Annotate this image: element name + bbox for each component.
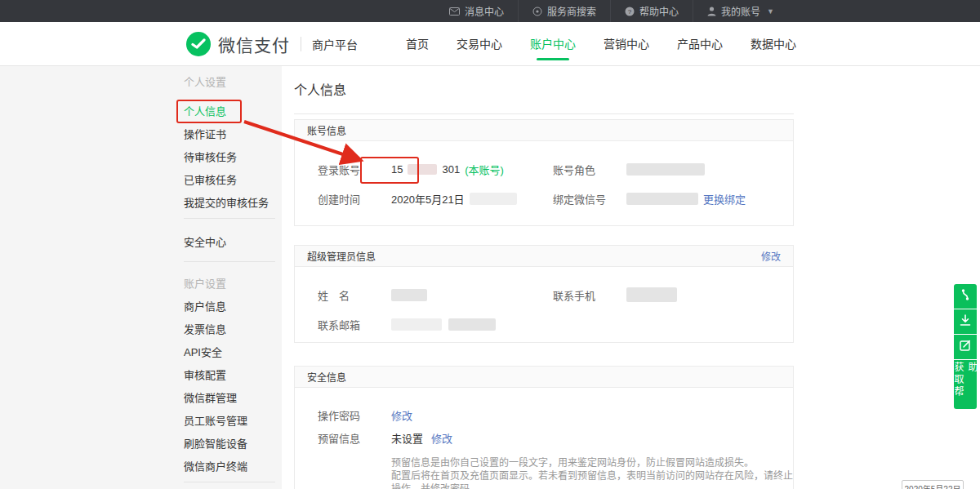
nav-marketing-center[interactable]: 营销中心	[604, 22, 649, 66]
date-tooltip: 2020年5月22日	[902, 480, 964, 489]
sidebar-item-security-center[interactable]: 安全中心	[184, 231, 282, 254]
link-icon	[960, 288, 971, 305]
masked-login-digits	[408, 164, 437, 175]
nav-transaction-center[interactable]: 交易中心	[457, 22, 502, 66]
help-icon: ?	[625, 7, 635, 16]
topbar: 消息中心 服务商搜索 ? 帮助中心 我的账号 ▼	[0, 0, 980, 22]
masked-wechat-id	[626, 193, 698, 205]
sidebar-item-personal-info[interactable]: 个人信息	[184, 100, 282, 123]
admin-modify-link[interactable]: 修改	[761, 249, 781, 263]
nav-data-center[interactable]: 数据中心	[751, 22, 796, 66]
bound-wechat-label: 绑定微信号	[553, 191, 626, 207]
sidebar-divider	[184, 482, 275, 482]
sidebar-section-account-settings: 账户设置	[184, 273, 282, 296]
sidebar-item-api-security[interactable]: API安全	[184, 341, 282, 364]
operation-password-label: 操作密码	[318, 407, 391, 423]
topbar-item-help-center[interactable]: ? 帮助中心	[610, 0, 693, 22]
sidebar-item-face-device[interactable]: 刷脸智能设备	[184, 433, 282, 456]
sidebar-item-review-config[interactable]: 审核配置	[184, 364, 282, 387]
chevron-down-icon: ▼	[767, 7, 774, 16]
nav-home[interactable]: 首页	[406, 22, 429, 66]
sidebar-divider	[184, 218, 275, 219]
sidebar-item-merchant-info[interactable]: 商户信息	[184, 296, 282, 318]
title-divider	[294, 113, 794, 114]
mail-icon	[449, 7, 460, 16]
edit-icon	[960, 340, 971, 354]
reserved-modify-link[interactable]: 修改	[431, 430, 452, 446]
masked-email	[391, 318, 442, 331]
brand-subtitle: 商户平台	[312, 36, 358, 52]
account-role-label: 账号角色	[553, 162, 626, 177]
login-account-label: 登录账号	[318, 162, 391, 177]
created-time-value: 2020年5月21日	[391, 191, 465, 207]
sidebar-item-invoice-info[interactable]: 发票信息	[184, 318, 282, 341]
security-panel-title: 安全信息	[307, 370, 346, 384]
sidebar-item-pending-review-tasks[interactable]: 待审核任务	[184, 146, 282, 169]
masked-email	[448, 318, 496, 331]
wechat-pay-logo-icon	[186, 32, 211, 56]
topbar-item-label: 服务商搜索	[547, 4, 596, 18]
user-icon	[707, 7, 716, 16]
page-body: 个人设置 个人信息 操作证书 待审核任务 已审核任务 我提交的审核任务 安全中心…	[0, 66, 980, 489]
reserved-info-label: 预留信息	[318, 430, 391, 446]
download-button[interactable]	[954, 309, 977, 334]
feedback-button[interactable]	[954, 335, 977, 359]
reserved-info-help: 预留信息是由你自己设置的一段文字，用来鉴定网站身份，防止假冒网站造成损失。 配置…	[391, 456, 793, 489]
sidebar-item-reviewed-tasks[interactable]: 已审核任务	[184, 169, 282, 192]
nav-account-center[interactable]: 账户中心	[530, 22, 576, 66]
contact-link-button[interactable]	[954, 284, 977, 309]
masked-account-role	[626, 163, 705, 176]
search-icon	[532, 7, 542, 16]
svg-text:?: ?	[628, 7, 632, 15]
topbar-item-label: 我的账号	[721, 4, 760, 18]
site-header: 微信支付 商户平台 首页 交易中心 账户中心 营销中心 产品中心 数据中心	[0, 22, 980, 66]
password-modify-link[interactable]: 修改	[391, 407, 412, 423]
created-time-label: 创建时间	[318, 191, 391, 207]
topbar-item-messages[interactable]: 消息中心	[435, 0, 518, 22]
brand: 微信支付 商户平台	[186, 22, 358, 66]
security-info-panel: 安全信息 操作密码 修改 预留信息 未设置 修改 预留信息是由你自己设置的一段文…	[294, 366, 794, 489]
download-icon	[960, 314, 971, 330]
topbar-item-label: 消息中心	[465, 4, 504, 18]
get-help-button[interactable]: 获取帮助	[954, 360, 977, 409]
topbar-item-label: 帮助中心	[639, 4, 679, 18]
account-panel-title: 账号信息	[307, 123, 346, 137]
super-admin-panel: 超级管理员信息 修改 姓 名 联系手机 联系邮箱	[294, 245, 794, 343]
sidebar-item-operation-certificate[interactable]: 操作证书	[184, 123, 282, 146]
topbar-item-my-account[interactable]: 我的账号 ▼	[693, 0, 788, 22]
sidebar: 个人设置 个人信息 操作证书 待审核任务 已审核任务 我提交的审核任务 安全中心…	[0, 66, 282, 489]
contact-phone-label: 联系手机	[553, 287, 626, 303]
name-label: 姓 名	[318, 287, 391, 303]
sidebar-item-my-submitted-tasks[interactable]: 我提交的审核任务	[184, 192, 282, 215]
topbar-item-provider-search[interactable]: 服务商搜索	[518, 0, 610, 22]
sidebar-item-staff-account-mgmt[interactable]: 员工账号管理	[184, 410, 282, 433]
main-nav: 首页 交易中心 账户中心 营销中心 产品中心 数据中心	[406, 22, 796, 66]
contact-email-label: 联系邮箱	[318, 317, 391, 332]
topbar-menu: 消息中心 服务商搜索 ? 帮助中心 我的账号 ▼	[435, 0, 788, 22]
brand-name: 微信支付	[218, 32, 290, 56]
current-account-tag: (本账号)	[465, 162, 504, 177]
floating-help-rail: 获取帮助	[954, 284, 977, 409]
page-title: 个人信息	[294, 79, 794, 99]
change-binding-link[interactable]: 更换绑定	[703, 191, 746, 207]
account-info-panel: 账号信息 登录账号 15301 (本账号) 账号角色	[294, 119, 794, 226]
sidebar-item-wechat-group-mgmt[interactable]: 微信群管理	[184, 387, 282, 410]
sidebar-item-wechat-merchant-terminal[interactable]: 微信商户终端	[184, 456, 282, 478]
login-account-value: 15301 (本账号)	[391, 162, 504, 177]
nav-product-center[interactable]: 产品中心	[677, 22, 723, 66]
reserved-info-value: 未设置	[391, 430, 423, 446]
main-content: 个人信息 账号信息 登录账号 15301 (本账号) 账号角色	[294, 66, 794, 114]
masked-created-time	[470, 193, 517, 205]
masked-name	[391, 289, 427, 301]
sidebar-divider	[184, 261, 275, 262]
sidebar-section-personal-settings: 个人设置	[184, 71, 282, 94]
admin-panel-title: 超级管理员信息	[307, 249, 376, 263]
brand-divider	[301, 37, 301, 51]
masked-phone	[626, 287, 677, 302]
